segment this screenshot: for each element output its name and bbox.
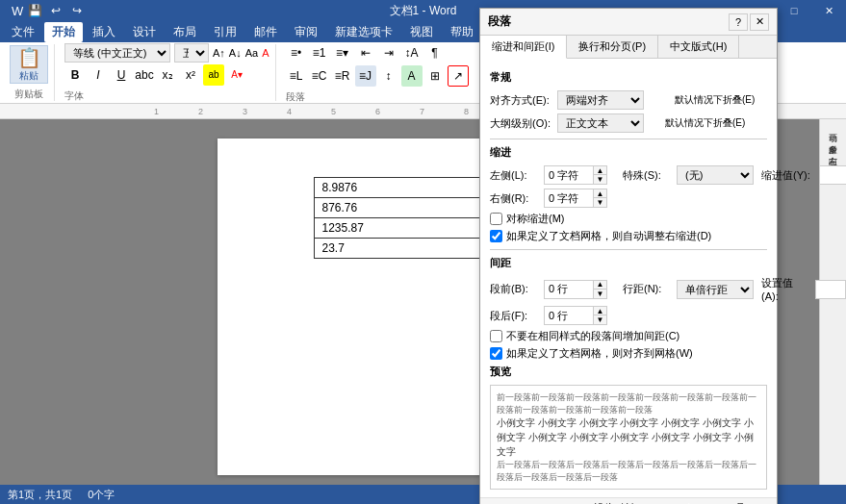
indent-value-label: 缩进值(Y): xyxy=(761,168,811,183)
left-indent-value[interactable] xyxy=(545,166,593,184)
preview-text-after: 后一段落后一段落后一段落后一段落后一段落后一段落后一段落后一段落后一段落后一段落… xyxy=(497,459,760,483)
indent-value-input: ▲ ▼ xyxy=(819,165,846,185)
dont-add-space-checkbox[interactable] xyxy=(490,330,502,342)
indent-section-title: 缩进 xyxy=(490,145,767,160)
dont-add-space-row: 不要在相同样式的段落间增加间距(C) xyxy=(490,329,767,343)
dialog-footer: 制表位(T)... 设为默认值(D) 确定 取消 xyxy=(480,497,777,504)
indent-row2: 右侧(R): ▲ ▼ xyxy=(490,189,767,208)
after-value[interactable] xyxy=(545,307,593,324)
align-label: 对齐方式(E): xyxy=(490,93,551,108)
outline-row: 大纲级别(O): 正文文本 默认情况下折叠(E) xyxy=(490,113,767,133)
after-down[interactable]: ▼ xyxy=(594,315,606,324)
before-value[interactable] xyxy=(545,281,593,298)
dialog-titlebar: 段落 ? ✕ xyxy=(480,9,777,36)
dialog-overlay: 段落 ? ✕ 缩进和间距(I) 换行和分页(P) 中文版式(H) 常规 对齐方式… xyxy=(0,0,846,504)
right-indent-down[interactable]: ▼ xyxy=(594,198,606,207)
dont-add-space-label: 不要在相同样式的段落间增加间距(C) xyxy=(506,329,679,343)
preview-text-main: 小例文字 小例文字 小例文字 小例文字 小例文字 小例文字 小例文字 小例文字 … xyxy=(497,416,760,459)
after-input: ▲ ▼ xyxy=(544,306,607,325)
setting-label: 设置值(A): xyxy=(761,276,808,302)
right-indent-arrows: ▲ ▼ xyxy=(593,189,606,207)
before-input: ▲ ▼ xyxy=(544,280,607,299)
dialog-title: 段落 xyxy=(488,13,511,30)
spacing-row1: 段前(B): ▲ ▼ 行距(N): 单倍行距 设置值(A): xyxy=(490,276,767,302)
divider2 xyxy=(490,249,767,250)
right-indent-value[interactable] xyxy=(545,189,593,207)
before-label: 段前(B): xyxy=(490,282,536,296)
default-collapse-label: 默认情况下折叠(E) xyxy=(665,116,745,130)
auto-adjust-checkbox[interactable] xyxy=(490,230,502,242)
align-select[interactable]: 两端对齐 xyxy=(557,90,644,110)
mirror-indent-checkbox[interactable] xyxy=(490,213,502,225)
outline-level-label: 默认情况下折叠(E) xyxy=(675,93,755,107)
special-select[interactable]: (无) xyxy=(677,165,754,185)
tab-indent-spacing[interactable]: 缩进和间距(I) xyxy=(480,36,567,59)
mirror-indent-label: 对称缩进(M) xyxy=(506,212,565,226)
right-indent-up[interactable]: ▲ xyxy=(594,189,606,198)
after-arrows: ▲ ▼ xyxy=(593,307,606,324)
after-up[interactable]: ▲ xyxy=(594,307,606,315)
spacing-row2: 段后(F): ▲ ▼ xyxy=(490,306,767,325)
indent-value[interactable] xyxy=(820,166,846,184)
auto-adjust-row: 如果定义了文档网格，则自动调整右缩进(D) xyxy=(490,229,767,243)
after-label: 段后(F): xyxy=(490,309,536,323)
dialog-close-btn[interactable]: ✕ xyxy=(750,13,769,31)
dialog-question-btn[interactable]: ? xyxy=(729,13,748,31)
before-arrows: ▲ ▼ xyxy=(593,281,606,298)
auto-adjust-label: 如果定义了文档网格，则自动调整右缩进(D) xyxy=(506,229,711,243)
before-down[interactable]: ▼ xyxy=(594,290,606,298)
before-up[interactable]: ▲ xyxy=(594,281,606,290)
tab-chinese-typography[interactable]: 中文版式(H) xyxy=(658,36,739,58)
right-indent-label: 右侧(R): xyxy=(490,191,536,206)
setting-input: ▲ ▼ xyxy=(815,280,846,299)
preview-box: 前一段落前一段落前一段落前一段落前一段落前一段落前一段落前一段落前一段落前一段落… xyxy=(490,385,767,490)
outline-label: 大纲级别(O): xyxy=(490,116,551,131)
mirror-indent-row: 对称缩进(M) xyxy=(490,212,767,226)
preview-section-title: 预览 xyxy=(490,365,767,379)
left-indent-up[interactable]: ▲ xyxy=(594,166,606,175)
preview-text-before: 前一段落前一段落前一段落前一段落前一段落前一段落前一段落前一段落前一段落前一段落… xyxy=(497,391,760,416)
divider1 xyxy=(490,139,767,139)
dialog-title-btns: ? ✕ xyxy=(729,13,769,31)
left-indent-down[interactable]: ▼ xyxy=(594,175,606,184)
paragraph-dialog: 段落 ? ✕ 缩进和间距(I) 换行和分页(P) 中文版式(H) 常规 对齐方式… xyxy=(479,8,778,504)
spacing-section-title: 间距 xyxy=(490,256,767,270)
right-indent-input: ▲ ▼ xyxy=(544,189,607,208)
snap-to-grid-row: 如果定义了文档网格，则对齐到网格(W) xyxy=(490,346,767,361)
dialog-body: 常规 对齐方式(E): 两端对齐 默认情况下折叠(E) 大纲级别(O): 正文文… xyxy=(480,59,777,497)
left-indent-arrows: ▲ ▼ xyxy=(593,166,606,184)
dialog-tabs: 缩进和间距(I) 换行和分页(P) 中文版式(H) xyxy=(480,36,777,59)
outline-select[interactable]: 正文文本 xyxy=(557,113,644,133)
line-spacing-label: 行距(N): xyxy=(623,282,669,296)
setting-value[interactable] xyxy=(816,281,845,298)
general-section-title: 常规 xyxy=(490,70,767,85)
snap-to-grid-checkbox[interactable] xyxy=(490,347,502,360)
left-indent-label: 左侧(L): xyxy=(490,168,536,183)
tab-line-page-breaks[interactable]: 换行和分页(P) xyxy=(567,36,658,58)
align-row: 对齐方式(E): 两端对齐 默认情况下折叠(E) xyxy=(490,90,767,110)
left-indent-input: ▲ ▼ xyxy=(544,165,607,185)
indent-row1: 左侧(L): ▲ ▼ 特殊(S): (无) 缩进值(Y): xyxy=(490,165,767,185)
snap-to-grid-label: 如果定义了文档网格，则对齐到网格(W) xyxy=(506,346,693,361)
special-label: 特殊(S): xyxy=(623,168,669,183)
line-spacing-select[interactable]: 单倍行距 xyxy=(677,280,754,299)
